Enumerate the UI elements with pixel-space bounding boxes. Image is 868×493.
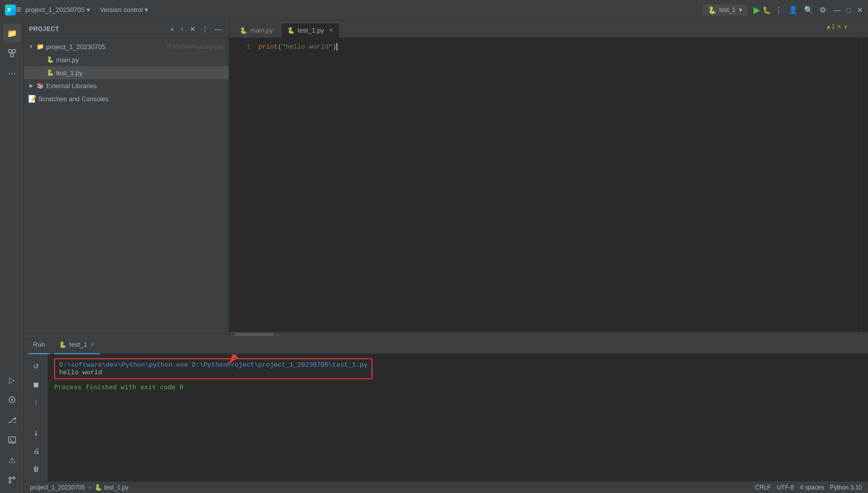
activity-vcs-button[interactable] [3, 471, 21, 489]
line-numbers: 1 [229, 38, 254, 332]
status-project-name[interactable]: project_1_20230705 [30, 484, 85, 491]
activity-services-button[interactable] [3, 391, 21, 409]
activity-bar: 📁 ⋯ ▷ ⎇ ⚠ [0, 20, 24, 493]
run-tab-config-label: test_1 [70, 341, 87, 348]
svg-point-6 [11, 399, 13, 401]
delete-output-button[interactable]: 🗑 [28, 461, 44, 477]
main-py-label: main.py [56, 56, 225, 64]
project-root-path: D:\PythonProject\projec [167, 44, 225, 50]
test1-py-icon: 🐍 [46, 69, 54, 77]
activity-terminal-button[interactable] [3, 431, 21, 449]
ext-libs-label: External Libraries [46, 82, 225, 90]
cursor [336, 43, 337, 51]
title-actions: ⋮ 👤 🔍 ⚙ [775, 6, 826, 15]
more-actions-button[interactable]: ⋮ [775, 6, 782, 15]
tree-item-scratches[interactable]: 📝 Scratches and Consoles [24, 92, 229, 105]
run-button[interactable]: ▶ [753, 5, 760, 16]
panel-sidebar: ↺ ◼ ⋮ ⤓ 🖨 🗑 [24, 354, 48, 481]
title-bar: P ≡ project_1_20230705 ▾ | Version contr… [0, 0, 868, 20]
sidebar-title: Project [29, 26, 166, 33]
warning-down-arrow: ∨ [843, 23, 848, 30]
hamburger-menu[interactable]: ≡ [16, 5, 22, 15]
activity-more-button[interactable]: ⋯ [3, 64, 21, 82]
activity-git-button[interactable]: ⎇ [3, 411, 21, 429]
print-button[interactable]: 🖨 [28, 443, 44, 459]
version-control-chevron: ▾ [145, 6, 148, 14]
status-right: CRLF UTF-8 4 spaces Python 3.10 [755, 484, 862, 491]
sidebar-close-button[interactable]: ✕ [188, 24, 198, 34]
run-tab-config-icon: 🐍 [59, 341, 67, 348]
output-command-line: D:\software\dev\Python\python.exe D:\Pyt… [59, 361, 367, 369]
editor-area: 🐍 main.py 🐍 test_1.py ✕ ▲1 ∧ ∨ [229, 20, 868, 336]
minimize-button[interactable]: — [834, 6, 841, 14]
code-editor[interactable]: print("hello world") [254, 38, 861, 332]
scratches-icon: 📝 [28, 95, 36, 103]
project-name: project_1_20230705 [26, 6, 85, 14]
project-root-label: project_1_20230705 [46, 43, 163, 51]
tree-item-main-py[interactable]: ▶ 🐍 main.py [24, 53, 229, 66]
run-config-dropdown[interactable]: 🐍 test_1 ▾ [703, 5, 747, 16]
tree-item-external-libs[interactable]: ▶ 📚 External Libraries [24, 79, 229, 92]
more-panel-button[interactable]: ⋮ [28, 394, 44, 410]
settings-button[interactable]: ⚙ [819, 6, 826, 15]
main-body: 📁 ⋯ ▷ ⎇ ⚠ [0, 20, 868, 493]
project-selector[interactable]: project_1_20230705 ▾ [26, 6, 91, 14]
app-logo: P [5, 5, 16, 16]
status-file-icon: 🐍 [95, 484, 102, 491]
debug-button[interactable]: 🐛 [762, 6, 771, 14]
run-tab-config-close[interactable]: ✕ [90, 341, 95, 348]
search-button[interactable]: 🔍 [804, 6, 813, 15]
test1-py-tab-close[interactable]: ✕ [329, 27, 333, 34]
editor-warning: ▲1 ∧ ∨ [825, 23, 848, 30]
svg-rect-3 [13, 50, 16, 53]
status-encoding[interactable]: UTF-8 [777, 484, 794, 491]
test1-py-label: test_1.py [56, 69, 225, 77]
string-hello-world: "hello world" [282, 43, 332, 51]
status-indentation[interactable]: 4 spaces [800, 484, 824, 491]
sidebar-add-button[interactable]: + [168, 24, 176, 34]
panel-output[interactable]: D:\software\dev\Python\python.exe D:\Pyt… [48, 354, 868, 481]
tree-arrow-project: ▾ [28, 44, 34, 50]
content-upper: Project + ↑ ✕ ⋮ — ▾ 📁 project_1_20230705… [24, 20, 868, 336]
activity-structure-button[interactable] [3, 44, 21, 62]
tree-item-test1-py[interactable]: ▶ 🐍 test_1.py [24, 66, 229, 79]
sidebar-collapse-button[interactable]: ↑ [178, 24, 186, 34]
run-config-name: test_1 [719, 7, 736, 14]
status-line-ending[interactable]: CRLF [755, 484, 771, 491]
window-controls: — □ ✕ [834, 6, 863, 14]
version-control-selector[interactable]: Version control ▾ [100, 6, 148, 14]
activity-problems-button[interactable]: ⚠ [3, 451, 21, 469]
line-number-1: 1 [229, 42, 250, 52]
panel-tabs: Run 🐍 test_1 ✕ [24, 336, 868, 354]
sidebar-more-button[interactable]: ⋮ [200, 24, 211, 34]
status-file-name[interactable]: 🐍 test_1.py [95, 484, 128, 491]
annotation-box: D:\software\dev\Python\python.exe D:\Pyt… [54, 358, 372, 379]
account-button[interactable]: 👤 [788, 6, 798, 15]
output-exit-line: Process finished with exit code 0 [54, 383, 862, 391]
status-language[interactable]: Python 3.10 [830, 484, 862, 491]
ext-libs-icon: 📚 [36, 82, 44, 90]
activity-run-dashboard-button[interactable]: ▷ [3, 371, 21, 389]
maximize-button[interactable]: □ [847, 6, 851, 14]
scroll-to-end-button[interactable]: ⤓ [28, 425, 44, 441]
status-file-label: test_1.py [104, 484, 129, 491]
project-chevron: ▾ [87, 6, 90, 14]
rerun-button[interactable]: ↺ [28, 358, 44, 374]
panel-tab-test1[interactable]: 🐍 test_1 ✕ [54, 336, 100, 354]
sidebar-content: ▾ 📁 project_1_20230705 D:\PythonProject\… [24, 38, 229, 336]
tab-main-py[interactable]: 🐍 main.py [233, 23, 280, 38]
tree-item-project-root[interactable]: ▾ 📁 project_1_20230705 D:\PythonProject\… [24, 40, 229, 53]
activity-project-button[interactable]: 📁 [3, 24, 21, 42]
version-control-label: Version control [100, 6, 143, 14]
close-window-button[interactable]: ✕ [857, 6, 863, 14]
tab-test1-py[interactable]: 🐍 test_1.py ✕ [281, 23, 340, 38]
stop-button[interactable]: ◼ [28, 376, 44, 392]
output-result-line: hello world [59, 369, 367, 376]
status-bar: project_1_20230705 › 🐍 test_1.py CRLF UT… [24, 481, 868, 493]
editor-scrollbar[interactable] [861, 38, 868, 332]
main-py-icon: 🐍 [46, 56, 54, 64]
panel-tab-run[interactable]: Run [28, 336, 50, 354]
horizontal-scrollbar[interactable] [229, 332, 868, 336]
sidebar-hide-button[interactable]: — [213, 24, 224, 34]
command-text: D:\software\dev\Python\python.exe D:\Pyt… [59, 361, 367, 369]
